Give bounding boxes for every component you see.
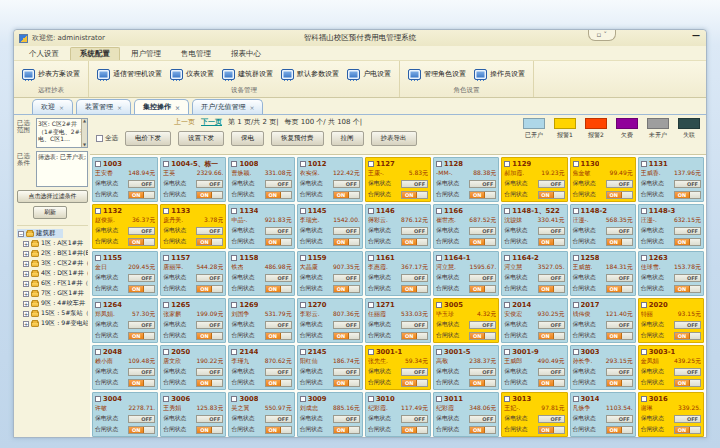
card-checkbox[interactable] — [504, 396, 510, 402]
toolbar-button-6[interactable]: 抄表导出 — [371, 131, 417, 146]
card-checkbox[interactable] — [300, 302, 306, 308]
ribbon-button[interactable]: 仪表设置 — [170, 69, 214, 80]
card-checkbox[interactable] — [368, 255, 374, 261]
expand-icon[interactable]: + — [23, 311, 29, 317]
supply-toggle-off[interactable]: OFF — [606, 227, 633, 235]
meter-card[interactable]: 1164-2河立慧3527.05.保电状态OFF合闸状态ON — [501, 251, 567, 296]
switch-toggle-on[interactable]: ON — [538, 285, 565, 293]
switch-toggle-on[interactable]: ON — [265, 191, 292, 199]
supply-toggle-off[interactable]: OFF — [128, 274, 155, 282]
meter-card[interactable]: 1145李瑞光.1542.00.保电状态OFF合闸状态ON — [297, 204, 363, 249]
card-checkbox[interactable] — [641, 349, 647, 355]
select-all[interactable]: 全选 — [96, 134, 118, 143]
switch-toggle-on[interactable]: ON — [333, 426, 360, 434]
switch-toggle-on[interactable]: ON — [333, 238, 360, 246]
supply-toggle-off[interactable]: OFF — [469, 274, 496, 282]
supply-toggle-off[interactable]: OFF — [469, 321, 496, 329]
card-checkbox[interactable] — [95, 396, 101, 402]
switch-toggle-on[interactable]: ON — [196, 238, 223, 246]
supply-toggle-off[interactable]: OFF — [469, 368, 496, 376]
switch-toggle-on[interactable]: ON — [538, 238, 565, 246]
menu-item-5[interactable]: 报表中心 — [222, 48, 270, 60]
supply-toggle-off[interactable]: OFF — [128, 180, 155, 188]
card-checkbox[interactable] — [504, 302, 510, 308]
supply-toggle-off[interactable]: OFF — [196, 180, 223, 188]
supply-toggle-off[interactable]: OFF — [333, 227, 360, 235]
card-checkbox[interactable] — [163, 161, 169, 167]
switch-toggle-on[interactable]: ON — [469, 379, 496, 387]
switch-toggle-on[interactable]: ON — [333, 285, 360, 293]
minimize-icon[interactable]: — — [690, 33, 702, 41]
supply-toggle-off[interactable]: OFF — [401, 180, 428, 188]
card-checkbox[interactable] — [95, 349, 101, 355]
switch-toggle-on[interactable]: ON — [469, 238, 496, 246]
meter-card[interactable]: 1148-1、522沈骏妹330.41元保电状态OFF合闸状态ON — [501, 204, 567, 249]
switch-toggle-on[interactable]: ON — [606, 379, 633, 387]
meter-card[interactable]: 2050唐文欣190.22元保电状态OFF合闸状态ON — [160, 345, 226, 390]
tab-close-icon[interactable]: × — [175, 104, 180, 111]
collapse-icon[interactable]: − — [18, 231, 24, 237]
card-checkbox[interactable] — [95, 208, 101, 214]
meter-card[interactable]: 1157唐丽萍.544.28元保电状态OFF合闸状态ON — [160, 251, 226, 296]
meter-card[interactable]: 1134申品-.921.83元保电状态OFF合闸状态ON — [228, 204, 294, 249]
tree-root[interactable]: −建筑群 — [17, 229, 63, 238]
switch-toggle-on[interactable]: ON — [401, 285, 428, 293]
meter-card[interactable]: 2144李瑾九870.62元保电状态OFF合闸状态ON — [228, 345, 294, 390]
ribbon-button[interactable]: 建筑群设置 — [222, 69, 273, 80]
ribbon-button[interactable]: 默认参数设置 — [281, 69, 339, 80]
switch-toggle-on[interactable]: ON — [128, 332, 155, 340]
meter-card[interactable]: 1146得彩云.876.12元保电状态OFF合闸状态ON — [365, 204, 431, 249]
meter-card[interactable]: 3011纪彩霞348.06元保电状态OFF合闸状态ON — [433, 392, 499, 437]
switch-toggle-on[interactable]: ON — [333, 191, 360, 199]
expand-icon[interactable]: + — [23, 291, 29, 297]
meter-card[interactable]: 1127王康-.5.83元保电状态OFF合闸状态ON — [365, 157, 431, 202]
tree-item-6[interactable]: +7区：G区1#井 — [23, 289, 88, 298]
supply-toggle-off[interactable]: OFF — [265, 415, 292, 423]
card-checkbox[interactable] — [300, 255, 306, 261]
toolbar-button-5[interactable]: 拉闸 — [331, 131, 364, 146]
meter-card[interactable]: 1012衣实保.122.42元保电状态OFF合闸状态ON — [297, 157, 363, 202]
card-checkbox[interactable] — [641, 161, 647, 167]
meter-card[interactable]: 1008曹焕颖.331.08元保电状态OFF合闸状态ON — [228, 157, 294, 202]
meter-card[interactable]: 3005毕玉珍4.32元保电状态OFF合闸状态ON — [433, 298, 499, 343]
meter-card[interactable]: 3016谢琳339.25.保电状态OFF合闸状态ON — [638, 392, 704, 437]
card-checkbox[interactable] — [573, 255, 579, 261]
card-checkbox[interactable] — [95, 302, 101, 308]
scroll-down-icon[interactable]: ▼ — [83, 143, 86, 147]
supply-toggle-off[interactable]: OFF — [265, 368, 292, 376]
switch-toggle-on[interactable]: ON — [265, 426, 292, 434]
scroll-up-icon[interactable]: ▲ — [83, 119, 86, 123]
ribbon-button[interactable]: 操作员设置 — [474, 69, 525, 80]
card-checkbox[interactable] — [163, 396, 169, 402]
card-checkbox[interactable] — [368, 396, 374, 402]
switch-toggle-on[interactable]: ON — [265, 238, 292, 246]
card-checkbox[interactable] — [300, 396, 306, 402]
meter-card[interactable]: 1270李彩云.807.36元保电状态OFF合闸状态ON — [297, 298, 363, 343]
card-checkbox[interactable] — [231, 161, 237, 167]
toolbar-button-2[interactable]: 设置下发 — [178, 131, 224, 146]
switch-toggle-on[interactable]: ON — [196, 285, 223, 293]
tree-item-4[interactable]: +4区：D区1#井（D区… — [23, 269, 88, 278]
card-checkbox[interactable] — [573, 302, 579, 308]
meter-card[interactable]: 3013王妃-.97.81元保电状态OFF合闸状态ON — [501, 392, 567, 437]
switch-toggle-on[interactable]: ON — [401, 426, 428, 434]
switch-toggle-on[interactable]: ON — [128, 379, 155, 387]
card-checkbox[interactable] — [163, 255, 169, 261]
card-checkbox[interactable] — [641, 255, 647, 261]
supply-toggle-off[interactable]: OFF — [196, 227, 223, 235]
switch-toggle-on[interactable]: ON — [333, 379, 360, 387]
meter-card[interactable]: 3014凡焕争1103.54.保电状态OFF合闸状态ON — [570, 392, 636, 437]
select-all-checkbox[interactable] — [96, 135, 103, 142]
switch-toggle-on[interactable]: ON — [674, 379, 701, 387]
meter-card[interactable]: 3001-5高敬238.37元保电状态OFF合闸状态ON — [433, 345, 499, 390]
card-checkbox[interactable] — [641, 396, 647, 402]
supply-toggle-off[interactable]: OFF — [196, 415, 223, 423]
meter-card[interactable]: 3006王秀娟125.83元保电状态OFF合闸状态ON — [160, 392, 226, 437]
meter-card[interactable]: 1269刘国争531.79元保电状态OFF合闸状态ON — [228, 298, 294, 343]
meter-card[interactable]: 1164-1河立慧.1595.67.保电状态OFF合闸状态ON — [433, 251, 499, 296]
meter-card[interactable]: 1166崔世杰.687.52元保电状态OFF合闸状态ON — [433, 204, 499, 249]
switch-toggle-on[interactable]: ON — [196, 191, 223, 199]
supply-toggle-off[interactable]: OFF — [128, 415, 155, 423]
expand-icon[interactable]: + — [23, 241, 29, 247]
meter-card[interactable]: 1264郑凤娟.57.30元保电状态OFF合闸状态ON — [92, 298, 158, 343]
